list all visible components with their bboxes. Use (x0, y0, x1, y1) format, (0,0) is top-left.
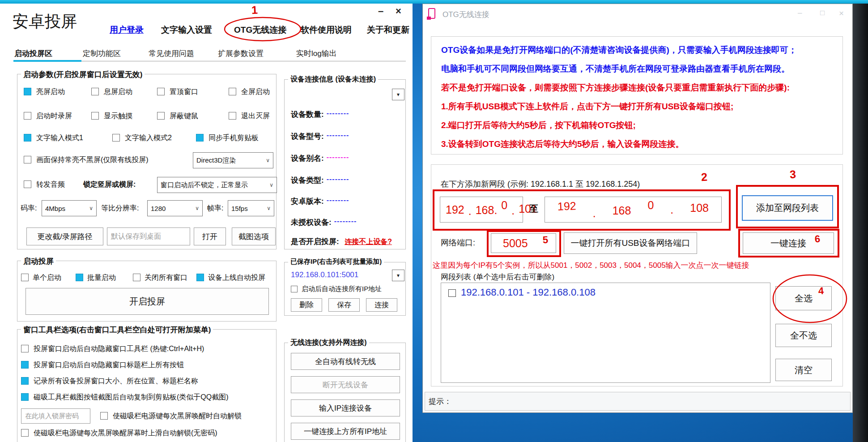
device-count-row: 设备数量: -------- (291, 109, 349, 120)
app-title: 安卓投屏 (13, 11, 77, 33)
checkbox-screenoff-start-label: 息屏启动 (104, 87, 132, 97)
tab-launch-area[interactable]: 启动投屏区 (14, 48, 52, 59)
change-path-button[interactable]: 更改截/录屏路径 (26, 227, 103, 245)
instruction-line-6: 3.设备转到OTG连接状态后等待大约5秒后，输入设备网段连接。 (441, 139, 833, 149)
input-ip-connect-button[interactable]: 输入IP连接设备 (291, 399, 400, 416)
saved-ip-value[interactable]: 192.168.0.101:5001 (291, 270, 358, 279)
port-value: 5005 (503, 237, 528, 250)
annotation-number-5: 5 (542, 234, 549, 246)
checkbox-batch-start[interactable] (76, 274, 83, 281)
checkbox-auto-cast-on-online[interactable] (196, 274, 204, 281)
checkbox-remember-window-layout[interactable] (21, 377, 29, 385)
groupbox-device-info-legend: 设备连接信息 (设备未连接) (288, 75, 378, 84)
save-path-input[interactable]: 默认保存到桌面 (107, 227, 190, 245)
checkbox-screenshot-to-clipboard-label: 磁吸工具栏截图按钮截图后自动复制到剪贴板(类似于QQ截图) (34, 393, 229, 402)
segment-list-item[interactable]: 192.168.0.101 - 192.168.0.108 (461, 287, 596, 298)
minimize-button[interactable]: – (378, 5, 383, 17)
groupbox-saved-ip-legend: 已保存IP(右击列表可批量添加) (288, 257, 384, 266)
select-resolution-value: 1280 (151, 205, 166, 212)
checkbox-forward-audio-label: 转发音频 (36, 180, 65, 189)
ip-to-part: 0 (647, 199, 654, 212)
delete-button[interactable]: 删除 (291, 298, 322, 312)
checkbox-power-unlock-label: 使磁吸栏电源键每次黑屏唤醒时自动解锁 (113, 412, 242, 421)
checkbox-forward-audio[interactable] (24, 180, 31, 188)
device-info-combo[interactable]: ▾ (392, 89, 404, 100)
lock-password-input[interactable]: 在此填入锁屏密码 (21, 408, 90, 424)
segment-list[interactable]: 192.168.0.101 - 192.168.0.108 (441, 283, 770, 383)
connect-button[interactable]: 连接 (366, 298, 397, 312)
checkbox-topmost-window[interactable] (157, 88, 165, 95)
segment-list-item-checkbox[interactable] (448, 289, 456, 297)
tab-custom-functions[interactable]: 定制功能区 (83, 48, 121, 59)
select-render-mode[interactable]: Direct3D渲染 ∨ (193, 152, 273, 168)
checkbox-swipe-unlock[interactable] (21, 429, 29, 437)
open-button[interactable]: 打开 (194, 227, 226, 245)
select-none-button[interactable]: 全不选 (775, 324, 832, 347)
menu-item-text-input-settings[interactable]: 文字输入设置 (161, 24, 212, 36)
checkbox-single-start[interactable] (21, 274, 29, 281)
active-tab-underline (13, 60, 81, 62)
checkbox-block-keyboard-mouse[interactable] (157, 112, 165, 120)
checkbox-auto-hide-titlebar-buttons[interactable] (21, 361, 29, 369)
disconnect-wireless-button[interactable]: 断开无线设备 (291, 376, 400, 393)
checkbox-sync-clipboard[interactable] (196, 134, 204, 142)
chevron-down-icon: ∨ (269, 182, 273, 188)
menu-item-about-updates[interactable]: 关于和更新 (367, 24, 409, 36)
checkbox-auto-hide-toolbar-label: 投屏窗口启动后自动隐藏窗口工具栏 (热键:Ctrl+Alt+H) (34, 344, 204, 354)
select-lock-orientation[interactable]: 窗口启动后不锁定，正常显示 ∨ (157, 177, 277, 193)
checkbox-screenoff-on-exit[interactable] (229, 112, 236, 120)
otg-window-title: OTG无线连接 (443, 9, 489, 20)
open-usb-ports-button[interactable]: 一键打开所有USB设备网络端口 (564, 232, 697, 254)
top-accent-strip (0, 0, 868, 4)
cast-status-label: 是否开启投屏: (291, 237, 339, 246)
ip-to-input[interactable]: 192 . 168 0 . 108 (545, 197, 722, 223)
checkbox-screenshot-to-clipboard[interactable] (21, 393, 29, 401)
checkbox-auto-connect-all-ips[interactable] (291, 286, 298, 292)
instruction-line-2: 电脑和手机可不同网段但网络要互通，不清楚手机所在网段可登录路由器查看手机所在网段… (441, 64, 833, 74)
ip-from-input[interactable]: 192 . 168. 0 . 101 (440, 197, 523, 223)
annotation-circle-4 (771, 273, 849, 324)
screenshot-options-button[interactable]: 截图选项 (232, 227, 276, 245)
select-resolution[interactable]: 1280 ∨ (147, 200, 203, 216)
save-button[interactable]: 保存 (328, 298, 360, 312)
otg-close-button[interactable]: × (839, 9, 844, 18)
otg-minimize-button[interactable]: – (798, 9, 802, 17)
checkbox-fullscreen-start[interactable] (229, 88, 236, 95)
checkbox-text-input-mode1[interactable] (24, 134, 31, 142)
checkbox-screenoff-start[interactable] (91, 88, 99, 95)
checkbox-text-input-mode2[interactable] (112, 134, 120, 142)
checkbox-auto-hide-toolbar[interactable] (21, 345, 29, 352)
checkbox-keep-bright[interactable] (24, 156, 31, 163)
menu-item-user-login[interactable]: 用户登录 (110, 24, 144, 36)
tab-realtime-log[interactable]: 实时log输出 (296, 48, 337, 59)
cant-connect-link[interactable]: 连接不上设备? (345, 238, 392, 245)
instruction-line-3: 若不是免打开端口设备，则需要按照下方连接步骤连接(设备只要重启需重新执行下面的步… (441, 82, 833, 93)
fps-label: 帧率: (207, 204, 223, 213)
instructions-box: OTG设备如果是免打开网络端口的(不清楚请咨询设备提供商)，只需要输入手机网段连… (431, 36, 843, 154)
checkbox-screenoff-on-exit-label: 退出灭屏 (241, 112, 270, 121)
otg-maximize-button[interactable]: □ (820, 9, 825, 17)
auto-wired-to-wireless-button[interactable]: 全自动有线转无线 (291, 353, 400, 370)
ip-from-part: 0 (501, 199, 507, 212)
select-fps[interactable]: 15fps ∨ (228, 200, 274, 216)
menu-item-usage-help[interactable]: 软件使用说明 (301, 24, 352, 36)
select-bitrate[interactable]: 4Mbps ∨ (42, 200, 97, 216)
checkbox-close-all-windows[interactable] (133, 274, 140, 281)
checkbox-power-unlock[interactable] (100, 412, 108, 420)
checkbox-record-on-start[interactable] (24, 112, 31, 120)
saved-ip-combo[interactable]: ▾ (392, 270, 404, 281)
select-bitrate-value: 4Mbps (45, 205, 65, 212)
add-to-list-button[interactable]: 添加至网段列表 (742, 195, 833, 221)
ip-from-part: 192 (446, 203, 464, 216)
annotation-number-1: 1 (251, 4, 258, 17)
checkbox-show-touches[interactable] (91, 112, 99, 120)
connect-all-ips-button[interactable]: 一键连接上方所有IP地址 (291, 423, 400, 440)
clear-button[interactable]: 清空 (775, 359, 832, 381)
tab-faq[interactable]: 常见使用问题 (149, 48, 194, 59)
android-version-value: -------- (327, 196, 349, 206)
start-cast-button[interactable]: 开启投屏 (26, 288, 269, 315)
close-button[interactable]: × (396, 5, 401, 17)
tab-extended-params[interactable]: 扩展参数设置 (218, 48, 264, 59)
checkbox-bright-start[interactable] (24, 88, 31, 95)
device-alias-row: 设备别名: -------- (291, 153, 349, 163)
